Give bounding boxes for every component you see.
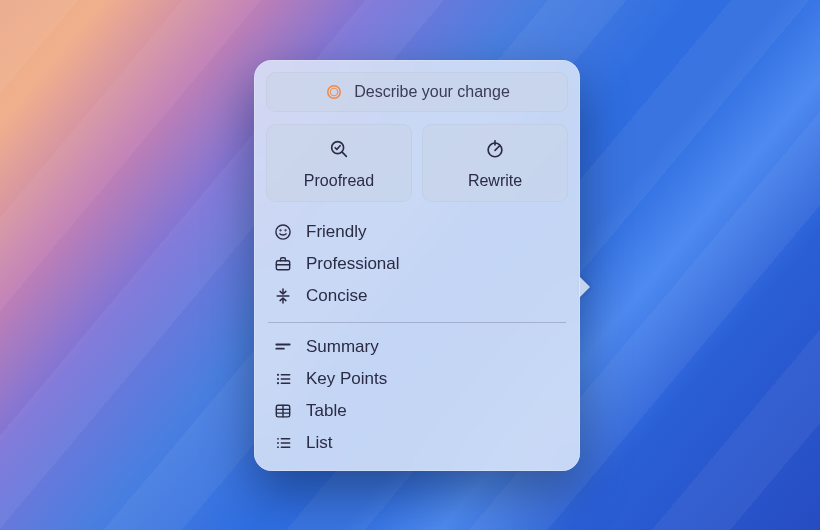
svg-point-6	[276, 225, 290, 239]
svg-point-17	[277, 378, 279, 380]
svg-point-0	[328, 86, 341, 99]
bullet-list-icon	[272, 368, 294, 390]
format-table-label: Table	[306, 401, 347, 421]
tone-professional-label: Professional	[306, 254, 400, 274]
format-keypoints[interactable]: Key Points	[270, 363, 564, 395]
tone-concise-label: Concise	[306, 286, 367, 306]
table-icon	[272, 400, 294, 422]
primary-actions: Proofread Rewrite	[266, 124, 568, 202]
rewrite-label: Rewrite	[468, 172, 522, 190]
format-summary-label: Summary	[306, 337, 379, 357]
tone-friendly[interactable]: Friendly	[270, 216, 564, 248]
proofread-button[interactable]: Proofread	[266, 124, 412, 202]
summary-icon	[272, 336, 294, 358]
svg-point-18	[277, 382, 279, 384]
svg-point-28	[277, 446, 279, 448]
writing-tools-popover: Describe your change Proofread	[254, 60, 580, 471]
svg-point-16	[277, 374, 279, 376]
format-keypoints-label: Key Points	[306, 369, 387, 389]
format-list[interactable]: List	[270, 427, 564, 459]
rewrite-button[interactable]: Rewrite	[422, 124, 568, 202]
svg-point-8	[285, 230, 286, 231]
tone-concise[interactable]: Concise	[270, 280, 564, 312]
tone-friendly-label: Friendly	[306, 222, 366, 242]
tone-professional[interactable]: Professional	[270, 248, 564, 280]
svg-point-26	[277, 438, 279, 440]
format-section: Summary Key Points	[266, 331, 568, 459]
svg-point-7	[280, 230, 281, 231]
svg-line-3	[342, 152, 346, 156]
tone-section: Friendly Professional	[266, 216, 568, 312]
svg-point-27	[277, 442, 279, 444]
format-table[interactable]: Table	[270, 395, 564, 427]
describe-change-input[interactable]: Describe your change	[266, 72, 568, 112]
apple-intelligence-icon	[324, 82, 344, 102]
proofread-label: Proofread	[304, 172, 374, 190]
collapse-icon	[272, 285, 294, 307]
describe-change-placeholder: Describe your change	[354, 83, 510, 101]
list-icon	[272, 432, 294, 454]
magnifier-check-icon	[328, 138, 350, 164]
format-list-label: List	[306, 433, 332, 453]
briefcase-icon	[272, 253, 294, 275]
divider	[268, 322, 566, 323]
svg-point-1	[330, 88, 338, 96]
format-summary[interactable]: Summary	[270, 331, 564, 363]
smile-icon	[272, 221, 294, 243]
rewrite-icon	[484, 138, 506, 164]
